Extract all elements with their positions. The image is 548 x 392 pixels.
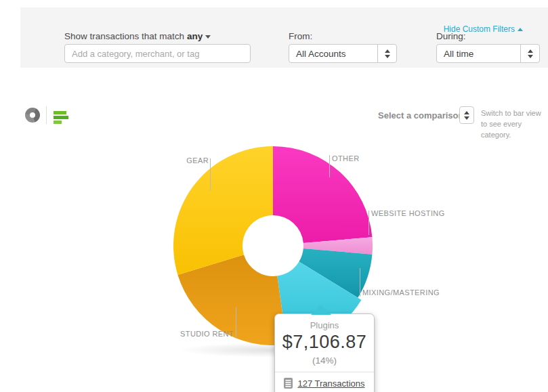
leader-line-studio-rent bbox=[236, 307, 236, 337]
slice-label-studio-rent: STUDIO RENT bbox=[171, 330, 234, 338]
slice-label-mixing-mastering: MIXING/MASTERING bbox=[362, 288, 440, 297]
slice-label-website-hosting: WEBSITE HOSTING bbox=[371, 209, 445, 217]
tooltip-percent: (14%) bbox=[275, 355, 374, 366]
slice-label-other: OTHER bbox=[332, 154, 360, 162]
transactions-link[interactable]: 127 Transactions bbox=[297, 378, 364, 389]
slice-label-gear: GEAR bbox=[168, 156, 209, 165]
receipt-icon bbox=[284, 378, 293, 389]
slice-tooltip: Plugins $7,106.87 (14%) 127 Transactions bbox=[274, 313, 375, 392]
donut-slice-gear[interactable] bbox=[173, 146, 273, 275]
leader-line-gear bbox=[210, 158, 211, 191]
tooltip-amount: $7,106.87 bbox=[275, 332, 374, 353]
tooltip-footer: 127 Transactions bbox=[275, 372, 374, 392]
leader-line-mixing-mastering bbox=[360, 268, 360, 297]
leader-line-website-hosting bbox=[368, 211, 369, 235]
leader-line-other bbox=[329, 155, 330, 177]
tooltip-category: Plugins bbox=[275, 320, 374, 330]
spending-report-page: Hide Custom Filters Show transactions th… bbox=[0, 0, 548, 392]
tooltip-notch bbox=[311, 305, 331, 315]
